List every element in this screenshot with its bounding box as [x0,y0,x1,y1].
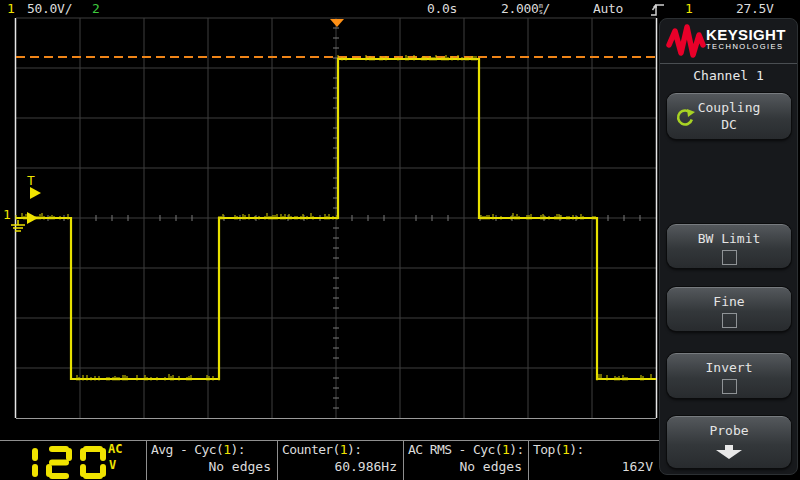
meas-label-close: ): [569,442,583,457]
meas-label-close: ): [509,442,523,457]
meas-value: No edges [208,459,271,474]
measurement-bar: AC V Avg - Cyc(1): No edges Counter(1): … [0,440,659,480]
invert-softkey[interactable]: Invert [667,353,791,398]
probe-softkey[interactable]: Probe [667,416,791,468]
meas-source: 1 [340,442,347,457]
bw-limit-softkey[interactable]: BW Limit [667,224,791,268]
keysight-spark-icon [666,23,706,61]
bw-limit-checkbox[interactable] [722,250,737,265]
menu-title: Channel 1 [660,68,797,83]
trigger-time-marker-icon [330,19,344,27]
logo-name: KEYSIGHT [706,27,786,42]
meas-label: Top( [533,442,562,457]
dvm-unit: V [109,458,116,472]
probe-label: Probe [667,423,791,438]
keysight-logo: KEYSIGHT TECHNOLOGIES [706,27,786,51]
meas-value: 60.986Hz [334,459,397,474]
dvm-mode: AC [108,442,122,456]
meas-value: No edges [459,459,522,474]
softkey-menu-panel: KEYSIGHT TECHNOLOGIES Channel 1 Coupling… [659,18,798,475]
meas-label-close: ): [231,442,245,457]
measurement-ac-rms: AC RMS - Cyc(1): No edges [403,441,528,480]
ch1-ground-marker-label: 1 [3,207,11,222]
fine-label: Fine [667,294,791,309]
ch1-ground-arrow-icon [27,212,38,224]
down-arrow-icon [714,444,744,461]
measurement-avg-cyc: Avg - Cyc(1): No edges [146,441,277,480]
fine-softkey[interactable]: Fine [667,287,791,331]
bw-limit-label: BW Limit [667,231,791,246]
meas-label: AC RMS - Cyc( [408,442,502,457]
meas-source: 1 [223,442,230,457]
trigger-level-arrow-icon [30,187,41,199]
dvm-seven-segment [0,441,146,480]
measurement-counter: Counter(1): 60.986Hz [277,441,403,480]
invert-label: Invert [667,360,791,375]
ground-symbol-icon [11,220,25,231]
dvm-readout: AC V [0,441,146,480]
coupling-softkey[interactable]: Coupling DC [667,93,791,139]
cycle-icon [675,107,695,127]
invert-checkbox[interactable] [722,379,737,394]
trigger-level-marker-label: T [27,173,35,188]
measurement-top: Top(1): 162V [528,441,659,480]
sidebar-divider [660,63,797,64]
meas-label-close: ): [347,442,361,457]
oscilloscope-screen: 1 50.0V/ 2 0.0s 2.000ms/ Auto 1 27.5V T … [0,0,800,480]
meas-label: Counter( [282,442,340,457]
meas-label: Avg - Cyc( [151,442,223,457]
fine-checkbox[interactable] [722,313,737,328]
meas-value: 162V [622,459,653,474]
logo-subname: TECHNOLOGIES [706,42,786,51]
